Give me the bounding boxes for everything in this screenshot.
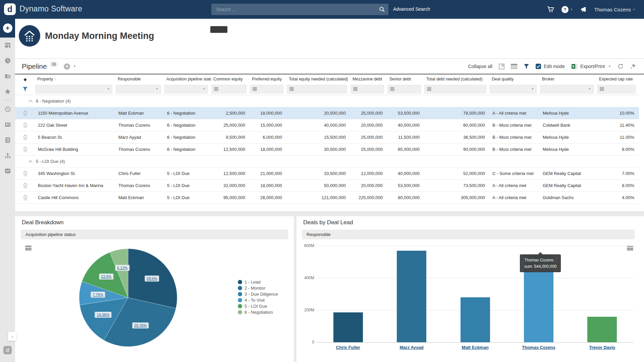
- legend-item[interactable]: 1 - Lead: [238, 280, 278, 284]
- column-header-property[interactable]: Property ↑: [35, 77, 116, 81]
- table-row[interactable]: 5 Beacon St.Marz Ayyad6 - Negotiation9,5…: [15, 131, 639, 143]
- x-axis-label-link[interactable]: Chris Fuller: [336, 345, 360, 350]
- expand-view-button[interactable]: [499, 64, 504, 69]
- x-axis-label-link[interactable]: Trevor Davis: [589, 345, 615, 350]
- column-header-responsible[interactable]: Responsible: [116, 77, 164, 81]
- legend-item[interactable]: 4 - To Visit: [238, 298, 278, 302]
- dynamo-logo-icon[interactable]: d: [4, 3, 16, 15]
- filter-button[interactable]: [524, 64, 529, 69]
- y-tick-label: 200M: [297, 308, 314, 312]
- table-row[interactable]: McGraw Hill BuildingThomas Cozens6 - Neg…: [15, 143, 639, 156]
- legend-item[interactable]: 2 - Monitor: [238, 286, 278, 290]
- sidebar-item-add[interactable]: +: [0, 19, 15, 38]
- refresh-button[interactable]: [618, 63, 624, 69]
- sidebar-item-dashboard[interactable]: [0, 38, 15, 53]
- bar-matt-eckman[interactable]: [461, 297, 490, 342]
- x-axis-label-link[interactable]: Marz Ayyad: [399, 345, 423, 350]
- sidebar-item-search-folder[interactable]: [0, 68, 15, 84]
- filter-cap-rate[interactable]: [597, 85, 636, 94]
- chart-menu-icon[interactable]: [25, 246, 32, 251]
- sidebar-expand-handle[interactable]: ›: [8, 332, 16, 341]
- filter-row-funnel[interactable]: [15, 86, 35, 92]
- group-header-row[interactable]: 6 - Negotiation (4): [15, 95, 639, 107]
- x-axis-label-link[interactable]: Thomas Cozens: [522, 345, 555, 350]
- grid-view-button[interactable]: [511, 64, 517, 69]
- column-header-total-debt[interactable]: Total debt needed (calculated): [424, 77, 490, 81]
- cell-total-equity-needed: 15,500,000: [287, 135, 351, 140]
- cell-expected-cap-rate: 4.00%: [597, 195, 639, 200]
- help-icon: ?: [561, 6, 569, 13]
- column-header-status[interactable]: Acquisition pipeline statu: [164, 77, 211, 81]
- announcements-icon[interactable]: [580, 6, 587, 13]
- sidebar-item-notes[interactable]: [0, 132, 15, 148]
- pie-slice-label[interactable]: 29.76%: [132, 322, 149, 328]
- column-header-cap-rate[interactable]: Expected cap rate: [597, 77, 639, 81]
- collapse-all-button[interactable]: Collapse all: [468, 64, 492, 69]
- building-icon: [22, 146, 28, 152]
- pie-slice-label[interactable]: 13.5%: [99, 274, 113, 280]
- bar-chris-fuller[interactable]: [333, 312, 363, 342]
- help-menu[interactable]: ? ▼: [561, 6, 573, 13]
- edit-mode-toggle[interactable]: Edit mode: [536, 64, 565, 69]
- column-header-total-equity[interactable]: Total equity needed (calculated): [287, 77, 351, 81]
- sidebar-item-favorites[interactable]: [0, 84, 15, 99]
- column-header-broker[interactable]: Broker: [540, 77, 597, 81]
- edit-mode-checkbox[interactable]: [536, 64, 541, 69]
- sidebar-item-recent[interactable]: [0, 53, 15, 68]
- filter-preferred-equity[interactable]: [250, 85, 283, 94]
- legend-item[interactable]: 3 - Due Diligence: [238, 292, 278, 296]
- column-header-preferred-equity[interactable]: Preferred equity: [250, 77, 287, 81]
- table-row[interactable]: 1150 Metropolitan AvenueMatt Eckman6 - N…: [15, 107, 639, 119]
- chevron-down-icon[interactable]: ▼: [73, 65, 76, 68]
- pie-slice-label[interactable]: 7.76%: [91, 292, 105, 298]
- search-input[interactable]: [211, 4, 388, 15]
- bar-trevor-davis[interactable]: [587, 317, 617, 342]
- filter-deal-quality[interactable]: ▼: [490, 85, 537, 94]
- filter-total-equity[interactable]: [287, 85, 347, 94]
- column-header-mezzanine-debt[interactable]: Mezzanine debt: [351, 77, 387, 81]
- filter-common-equity[interactable]: [211, 85, 247, 94]
- dynamo-icon[interactable]: d: [3, 346, 12, 354]
- menu-icon: [600, 87, 604, 91]
- sidebar-item-contacts[interactable]: [0, 117, 15, 132]
- table-row[interactable]: 345 Washington St.Chris Fuller5 - LOI Du…: [15, 168, 639, 180]
- global-search[interactable]: [211, 4, 388, 15]
- table-row[interactable]: Castle Hill CommonsMatt Eckman5 - LOI Du…: [15, 192, 639, 204]
- cell-total-equity-needed: 40,000,000: [287, 123, 351, 128]
- filter-mezzanine-debt[interactable]: [351, 85, 384, 94]
- column-header-deal-quality[interactable]: Deal quality: [490, 77, 540, 81]
- cell-preferred-equity: 21,000,000: [250, 171, 287, 176]
- column-header-common-equity[interactable]: Common equity: [211, 77, 250, 81]
- search-icon[interactable]: [379, 6, 385, 13]
- x-axis-label-link[interactable]: Matt Eckman: [462, 345, 488, 350]
- filter-senior-debt[interactable]: [387, 85, 421, 94]
- sidebar-item-history[interactable]: [0, 102, 15, 117]
- bar-marz-ayyad[interactable]: [397, 251, 426, 342]
- group-header-row[interactable]: 5 - LOI Due (4): [15, 156, 639, 168]
- advanced-search-link[interactable]: Advanced Search: [393, 6, 430, 12]
- pie-slice-label[interactable]: 28.5%: [145, 276, 159, 282]
- cart-icon[interactable]: [547, 6, 554, 13]
- user-menu[interactable]: Thomas Cozens ▼: [594, 7, 635, 12]
- column-header-senior-debt[interactable]: Senior debt: [387, 77, 424, 81]
- sidebar-item-analytics[interactable]: [0, 163, 15, 179]
- filter-status[interactable]: ▼: [164, 85, 208, 94]
- table-row[interactable]: 222 Oak StreetThomas Cozens6 - Negotiati…: [15, 119, 639, 131]
- legend-item[interactable]: 6 - Negotiation: [238, 310, 278, 314]
- filter-broker[interactable]: ▼: [540, 85, 594, 94]
- table-row[interactable]: Boston Yacht Haven Inn & MarinaThomas Co…: [15, 180, 639, 192]
- pie-slice-label[interactable]: 14.36%: [95, 312, 111, 318]
- add-record-button[interactable]: +: [64, 63, 70, 70]
- menu-icon: [353, 87, 358, 91]
- sidebar-item-reports[interactable]: [0, 148, 15, 163]
- legend-item[interactable]: 5 - LOI Due: [238, 304, 278, 308]
- row-marker-column-header[interactable]: ◆: [15, 77, 35, 82]
- pie-slice-label[interactable]: 6.12%: [115, 265, 129, 271]
- chart-menu-icon[interactable]: [627, 246, 633, 251]
- unpin-button[interactable]: [630, 63, 636, 69]
- filter-total-debt[interactable]: [424, 85, 486, 94]
- filter-responsible[interactable]: ▼: [116, 85, 161, 94]
- export-print-button[interactable]: Export/Print ▼: [571, 63, 611, 69]
- filter-property[interactable]: ▼: [35, 85, 112, 94]
- cell-property: 345 Washington St.: [35, 171, 116, 176]
